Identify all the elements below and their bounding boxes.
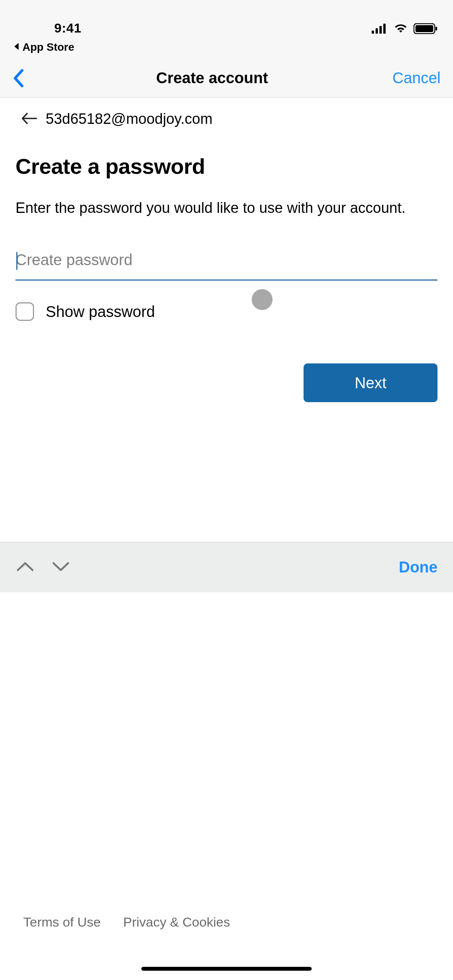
svg-rect-1 bbox=[376, 28, 378, 34]
home-indicator[interactable] bbox=[141, 967, 312, 971]
arrow-left-icon bbox=[21, 112, 37, 127]
show-password-label: Show password bbox=[46, 303, 155, 320]
page-heading: Create a password bbox=[15, 137, 438, 179]
svg-rect-3 bbox=[383, 24, 386, 34]
previous-field-button[interactable] bbox=[15, 560, 35, 575]
next-field-button[interactable] bbox=[51, 560, 70, 575]
keyboard-accessory-bar: Done bbox=[0, 542, 453, 592]
breadcrumb-back[interactable]: App Store bbox=[0, 39, 453, 59]
nav-bar: Create account Cancel bbox=[0, 59, 453, 98]
next-button[interactable]: Next bbox=[304, 363, 438, 402]
svg-rect-6 bbox=[436, 27, 437, 31]
main-content: 53d65182@moodjoy.com Create a password E… bbox=[0, 98, 453, 402]
done-button[interactable]: Done bbox=[399, 559, 438, 576]
battery-icon bbox=[414, 23, 438, 34]
tooltip-indicator-icon bbox=[252, 289, 273, 310]
status-bar: 9:41 bbox=[0, 0, 453, 39]
password-input[interactable] bbox=[15, 251, 438, 281]
email-display: 53d65182@moodjoy.com bbox=[46, 111, 213, 127]
privacy-link[interactable]: Privacy & Cookies bbox=[123, 915, 230, 930]
footer-links: Terms of Use Privacy & Cookies bbox=[23, 915, 230, 930]
svg-rect-5 bbox=[415, 25, 433, 32]
svg-rect-0 bbox=[372, 31, 374, 34]
back-button[interactable] bbox=[12, 69, 32, 87]
show-password-checkbox[interactable] bbox=[15, 302, 34, 321]
nav-title: Create account bbox=[32, 69, 392, 87]
terms-link[interactable]: Terms of Use bbox=[23, 915, 101, 930]
status-icons bbox=[372, 23, 438, 36]
breadcrumb-label: App Store bbox=[22, 41, 74, 53]
chevron-left-icon bbox=[12, 69, 24, 87]
chevron-down-icon bbox=[51, 560, 70, 573]
email-back-row[interactable]: 53d65182@moodjoy.com bbox=[15, 98, 438, 137]
chevron-up-icon bbox=[15, 560, 35, 573]
status-time: 9:41 bbox=[15, 21, 81, 36]
svg-rect-2 bbox=[379, 26, 382, 34]
cancel-button[interactable]: Cancel bbox=[392, 69, 441, 87]
page-subtext: Enter the password you would like to use… bbox=[15, 179, 438, 219]
cellular-signal-icon bbox=[372, 24, 388, 34]
wifi-icon bbox=[393, 23, 408, 34]
text-cursor bbox=[16, 252, 17, 270]
triangle-left-icon bbox=[13, 42, 20, 52]
